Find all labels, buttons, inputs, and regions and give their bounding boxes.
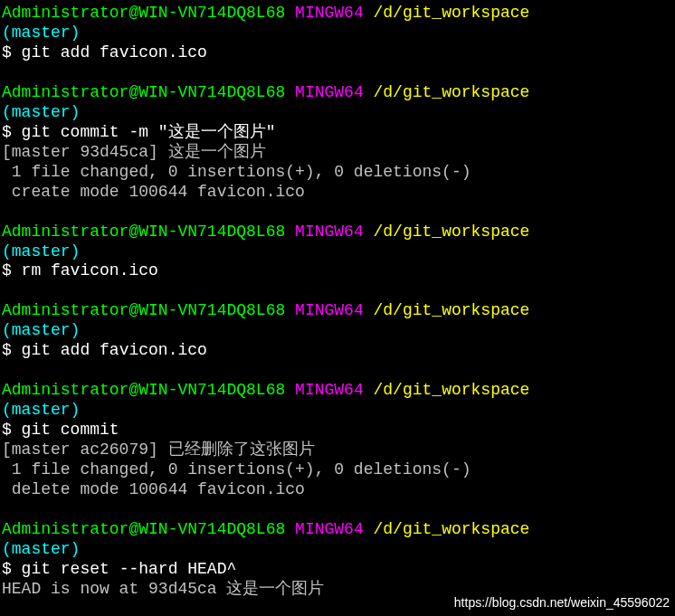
command-text: git add favicon.ico [22,341,207,359]
output-line: delete mode 100644 favicon.ico [2,480,673,500]
dollar: $ [2,421,22,439]
branch-line: (master) [2,540,673,560]
command-line[interactable]: $ git reset --hard HEAD^ [2,560,673,580]
env: MINGW64 [295,83,364,101]
prompt-line: Administrator@WIN-VN714DQ8L68 MINGW64 /d… [2,4,673,24]
branch: (master) [2,103,80,121]
branch-line: (master) [2,321,673,341]
blank-line [2,203,673,223]
path: /d/git_workspace [374,83,530,101]
path: /d/git_workspace [374,381,530,399]
env: MINGW64 [295,223,364,241]
command-text: git commit [22,421,119,439]
blank-line [2,361,673,381]
command-text: git reset --hard HEAD^ [22,560,237,578]
prompt-line: Administrator@WIN-VN714DQ8L68 MINGW64 /d… [2,381,673,401]
user-host: Administrator@WIN-VN714DQ8L68 [2,381,285,399]
output-line: create mode 100644 favicon.ico [2,183,673,203]
branch-line: (master) [2,242,673,262]
command-line[interactable]: $ git add favicon.ico [2,341,673,361]
output-line: 1 file changed, 0 insertions(+), 0 delet… [2,163,673,183]
branch-line: (master) [2,401,673,421]
path: /d/git_workspace [374,4,530,22]
prompt-line: Administrator@WIN-VN714DQ8L68 MINGW64 /d… [2,301,673,321]
env: MINGW64 [295,381,364,399]
command-line[interactable]: $ git commit [2,421,673,441]
user-host: Administrator@WIN-VN714DQ8L68 [2,223,285,241]
branch: (master) [2,540,80,558]
blank-line [2,63,673,83]
user-host: Administrator@WIN-VN714DQ8L68 [2,83,285,101]
path: /d/git_workspace [374,223,530,241]
env: MINGW64 [295,520,364,538]
command-text: git add favicon.ico [22,43,207,62]
prompt-line: Administrator@WIN-VN714DQ8L68 MINGW64 /d… [2,83,673,103]
blank-line [2,281,673,301]
prompt-line: Administrator@WIN-VN714DQ8L68 MINGW64 /d… [2,223,673,242]
branch-line: (master) [2,24,673,43]
command-line[interactable]: $ git commit -m "这是一个图片" [2,123,673,143]
user-host: Administrator@WIN-VN714DQ8L68 [2,4,285,22]
branch: (master) [2,242,80,261]
watermark: https://blog.csdn.net/weixin_45596022 [454,595,670,611]
dollar: $ [2,560,22,578]
command-line[interactable]: $ git add favicon.ico [2,43,673,63]
user-host: Administrator@WIN-VN714DQ8L68 [2,520,285,538]
branch: (master) [2,401,80,419]
dollar: $ [2,341,22,359]
terminal-output[interactable]: Administrator@WIN-VN714DQ8L68 MINGW64 /d… [2,4,673,600]
output-line: [master ac26079] 已经删除了这张图片 [2,441,673,460]
output-line: 1 file changed, 0 insertions(+), 0 delet… [2,460,673,480]
dollar: $ [2,123,22,141]
branch: (master) [2,321,80,339]
prompt-line: Administrator@WIN-VN714DQ8L68 MINGW64 /d… [2,520,673,540]
command-text: git commit -m "这是一个图片" [22,123,276,141]
command-text: rm favicon.ico [22,261,158,280]
command-line[interactable]: $ rm favicon.ico [2,261,673,281]
path: /d/git_workspace [374,520,530,538]
dollar: $ [2,43,22,62]
path: /d/git_workspace [374,301,530,319]
branch-line: (master) [2,103,673,123]
env: MINGW64 [295,4,364,22]
blank-line [2,500,673,520]
user-host: Administrator@WIN-VN714DQ8L68 [2,301,285,319]
env: MINGW64 [295,301,364,319]
branch: (master) [2,24,80,42]
dollar: $ [2,261,22,280]
output-line: [master 93d45ca] 这是一个图片 [2,143,673,163]
